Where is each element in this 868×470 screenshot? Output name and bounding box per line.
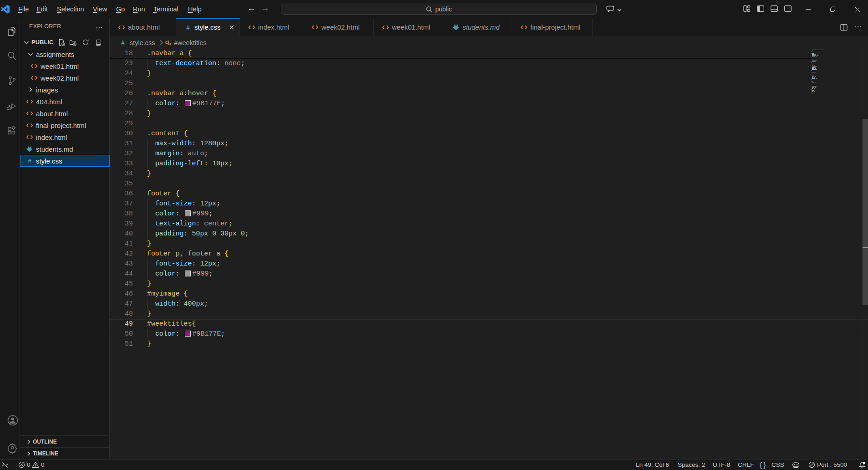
svg-text:#: # — [186, 24, 190, 31]
svg-text:#: # — [28, 158, 31, 164]
svg-text:#: # — [121, 39, 125, 46]
